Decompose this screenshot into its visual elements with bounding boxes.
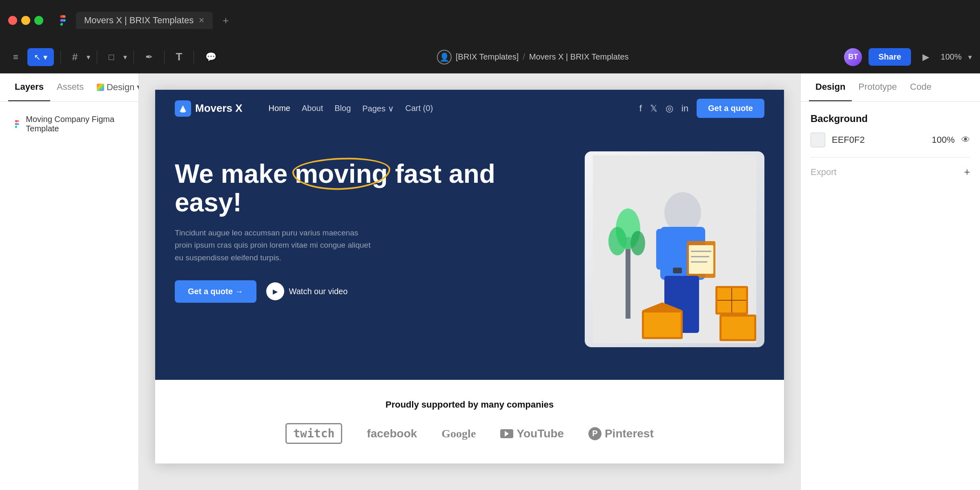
left-sidebar: Layers Assets Design ▾ Moving Company Fi… [0, 73, 139, 490]
separator [60, 51, 61, 64]
tab-design[interactable]: Design [809, 73, 852, 101]
twitter-nav-icon[interactable]: 𝕏 [650, 103, 657, 114]
nav-cart[interactable]: Cart (0) [405, 104, 433, 113]
hero-video-button[interactable]: ▶ Watch our video [266, 282, 348, 300]
hero-text: We make moving fast and easy! Tincidunt … [175, 151, 568, 303]
select-tool-button[interactable]: ↖ ▾ [27, 48, 54, 66]
toolbar: ≡ ↖ ▾ # ▾ □ ▾ ✒ T 💬 👤 [BRIX Templates] /… [0, 41, 980, 73]
site-logo-text: Movers X [195, 102, 243, 115]
svg-rect-24 [722, 317, 754, 339]
site-nav: Movers X Home About Blog Pages ∨ Cart (0… [155, 90, 784, 127]
new-tab-button[interactable]: + [223, 14, 229, 27]
separator2 [97, 51, 97, 64]
instagram-nav-icon[interactable]: ◎ [666, 103, 673, 114]
nav-blog[interactable]: Blog [334, 104, 351, 113]
export-add-button[interactable]: + [964, 166, 970, 178]
site-logo: Movers X [175, 100, 243, 117]
supporters-section: Proudly supported by many companies twit… [155, 380, 784, 463]
color-hex-value[interactable]: EEF0F2 [832, 135, 925, 145]
toolbar-right: BT Share ▶ 100% ▾ [844, 48, 972, 66]
website-frame: Movers X Home About Blog Pages ∨ Cart (0… [155, 90, 784, 463]
share-button[interactable]: Share [869, 48, 911, 66]
facebook-nav-icon[interactable]: f [639, 103, 642, 114]
breadcrumb-sep1: / [523, 52, 525, 62]
comment-tool-icon[interactable]: 💬 [200, 49, 221, 66]
select-tool-dropdown[interactable]: ▾ [43, 52, 47, 62]
tab-prototype[interactable]: Prototype [852, 73, 903, 101]
color-swatch[interactable] [811, 133, 825, 147]
shape-tool-icon[interactable]: □ [104, 49, 119, 66]
tab-assets[interactable]: Assets [50, 73, 90, 101]
separator4 [164, 51, 165, 64]
tab-layers[interactable]: Layers [8, 73, 50, 101]
youtube-play-icon [505, 431, 509, 437]
hero-actions: Get a quote → ▶ Watch our video [175, 280, 568, 303]
shape-dropdown-icon[interactable]: ▾ [123, 53, 127, 62]
traffic-lights [8, 16, 43, 25]
user-avatar-icon: 👤 [437, 50, 452, 64]
tab-title: Movers X | BRIX Templates [84, 15, 194, 26]
svg-rect-27 [644, 313, 681, 337]
site-nav-right: f 𝕏 ◎ in Get a quote [639, 99, 764, 118]
google-logo: Google [441, 427, 476, 440]
visibility-icon[interactable]: 👁 [961, 135, 970, 145]
hero-subtitle: Tincidunt augue leo accumsan puru varius… [175, 227, 371, 264]
hero-title-highlight: moving [295, 160, 388, 188]
linkedin-nav-icon[interactable]: in [682, 103, 688, 114]
separator3 [134, 51, 134, 64]
breadcrumb-org: [BRIX Templates] [456, 52, 519, 62]
frame-tool-icon[interactable]: # [67, 48, 82, 66]
titlebar: Movers X | BRIX Templates ✕ + [0, 0, 980, 41]
svg-rect-25 [673, 268, 682, 273]
panel-content: Background EEF0F2 100% 👁 Export + [801, 102, 980, 190]
hero-title-main: We make [175, 159, 295, 188]
svg-point-7 [630, 231, 645, 255]
export-row: Export + [811, 166, 970, 178]
frame-dropdown-icon[interactable]: ▾ [87, 53, 90, 62]
canvas-area: Movers X Home About Blog Pages ∨ Cart (0… [139, 73, 800, 490]
design-tab-label: Design [107, 82, 134, 93]
svg-rect-18 [681, 276, 699, 333]
play-icon: ▶ [266, 282, 284, 300]
hero-video-label: Watch our video [289, 287, 348, 296]
supporters-title: Proudly supported by many companies [175, 399, 764, 410]
svg-point-6 [608, 227, 626, 255]
tab-close-icon[interactable]: ✕ [198, 16, 205, 25]
nav-pages[interactable]: Pages ∨ [362, 104, 394, 113]
text-tool-icon[interactable]: T [171, 47, 187, 67]
cursor-icon: ↖ [34, 52, 41, 62]
maximize-button[interactable] [34, 16, 43, 25]
sidebar-content: Moving Company Figma Template [0, 102, 138, 146]
sidebar-tabs: Layers Assets Design ▾ [0, 73, 138, 102]
youtube-logo: YouTube [500, 427, 564, 440]
close-button[interactable] [8, 16, 17, 25]
separator5 [194, 51, 194, 64]
nav-home[interactable]: Home [269, 104, 290, 113]
menu-icon[interactable]: ≡ [8, 49, 23, 66]
nav-cta-button[interactable]: Get a quote [697, 99, 764, 118]
layer-item[interactable]: Moving Company Figma Template [8, 110, 130, 138]
browser-tab[interactable]: Movers X | BRIX Templates ✕ [76, 12, 213, 29]
hero-title: We make moving fast and easy! [175, 160, 568, 217]
breadcrumb-project: Movers X | BRIX Templates [529, 52, 629, 62]
facebook-logo: facebook [367, 427, 417, 440]
play-button[interactable]: ▶ [918, 49, 934, 66]
zoom-level[interactable]: 100% [941, 52, 962, 62]
zoom-dropdown-icon[interactable]: ▾ [968, 53, 972, 62]
figma-layer-icon [13, 119, 21, 129]
youtube-label: YouTube [517, 427, 564, 440]
panel-tabs: Design Prototype Code [801, 73, 980, 102]
hero-cta-button[interactable]: Get a quote → [175, 280, 256, 303]
movers-logo-icon [175, 100, 191, 117]
pen-tool-icon[interactable]: ✒ [140, 49, 158, 66]
brand-logos: twitch facebook Google YouTube P Pintere… [175, 423, 764, 444]
minimize-button[interactable] [21, 16, 30, 25]
nav-about[interactable]: About [302, 104, 323, 113]
svg-rect-13 [689, 245, 713, 274]
site-hero: We make moving fast and easy! Tincidunt … [155, 127, 784, 380]
pinterest-icon: P [588, 427, 601, 440]
tab-code[interactable]: Code [904, 73, 938, 101]
opacity-value[interactable]: 100% [932, 135, 955, 145]
breadcrumb: 👤 [BRIX Templates] / Movers X | BRIX Tem… [225, 50, 840, 64]
design-color-icon [97, 84, 104, 91]
